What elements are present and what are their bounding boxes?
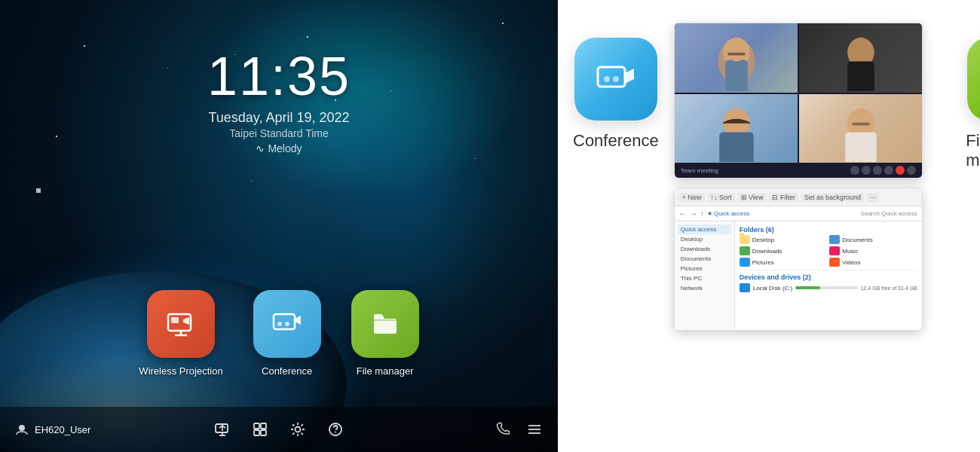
conference-showcase-icon[interactable]: [574, 38, 657, 121]
svg-point-18: [335, 432, 336, 433]
grid-icon[interactable]: [252, 421, 268, 438]
fm-sort-btn[interactable]: ↑↓ Sort: [708, 193, 735, 202]
fm-view-btn[interactable]: ⊞ View: [738, 193, 767, 202]
svg-point-24: [613, 76, 619, 82]
wifi-icon: ∿: [256, 142, 265, 154]
svg-rect-3: [171, 317, 179, 323]
video-cell-3: [675, 94, 798, 163]
fm-item-documents[interactable]: Documents: [829, 235, 917, 244]
conference-showcase-svg: [593, 56, 639, 102]
app-file-manager[interactable]: File manager: [351, 290, 419, 377]
fm-sidebar-downloads[interactable]: Downloads: [678, 244, 731, 254]
vc-btn-5[interactable]: [907, 166, 916, 175]
file-manager-preview: + New ↑↓ Sort ⊞ View ⊟ Filter Set as bac…: [674, 188, 923, 331]
svg-point-23: [604, 76, 610, 82]
svg-rect-22: [598, 67, 625, 87]
app-conference[interactable]: Conference: [253, 290, 321, 377]
fm-sidebar-documents[interactable]: Documents: [678, 254, 731, 264]
svg-point-5: [277, 322, 282, 326]
vc-btn-2[interactable]: [862, 166, 871, 175]
downloads-label: Downloads: [752, 248, 782, 255]
user-icon: [15, 423, 29, 436]
screen-share-icon[interactable]: [214, 421, 231, 438]
vc-end-call-btn[interactable]: [896, 166, 905, 175]
pictures-icon: [740, 258, 750, 267]
fm-more-btn[interactable]: ···: [867, 193, 879, 202]
clock-area: 11:35 Tuesday, April 19, 2022 Taipei Sta…: [0, 45, 558, 154]
fm-folders-grid: Desktop Documents Downloads: [740, 235, 917, 267]
person-4-svg: [799, 94, 922, 162]
fm-item-desktop[interactable]: Desktop: [740, 235, 828, 244]
settings-icon[interactable]: [289, 421, 306, 438]
video-call-bar: Team meeting: [675, 163, 922, 178]
svg-rect-12: [254, 423, 259, 429]
svg-point-28: [727, 41, 746, 62]
app-wireless-projection[interactable]: Wireless Projection: [139, 290, 222, 377]
vc-btn-4[interactable]: [884, 166, 893, 175]
svg-rect-29: [727, 53, 746, 56]
fm-sidebar-quick-access[interactable]: Quick access: [678, 224, 731, 234]
fm-setbg-btn[interactable]: Set as background: [801, 193, 864, 202]
clock-date: Tuesday, April 19, 2022: [0, 110, 558, 126]
vc-btn-3[interactable]: [873, 166, 882, 175]
fm-path: ★ Quick access: [707, 210, 858, 217]
fm-item-music[interactable]: Music: [829, 246, 917, 255]
vc-btn-1[interactable]: [850, 166, 859, 175]
drive-icon: [740, 283, 750, 292]
screenshots-col: Team meeting + New ↑↓ Sort: [674, 15, 923, 331]
fm-forward-btn[interactable]: →: [690, 209, 697, 218]
conference-label: Conference: [262, 365, 312, 377]
fm-sidebar-pictures[interactable]: Pictures: [678, 264, 731, 273]
drive-c-size: 12.4 GB free of 31.4 GB: [861, 286, 917, 291]
conference-showcase-col: Conference: [573, 15, 659, 151]
menu-icon[interactable]: [526, 421, 543, 438]
svg-point-7: [19, 425, 25, 431]
main-container: 11:35 Tuesday, April 19, 2022 Taipei Sta…: [0, 0, 980, 452]
documents-label: Documents: [842, 237, 872, 243]
filemanager-showcase-label: File manager: [966, 131, 980, 170]
fm-address-bar: ← → ↑ ★ Quick access Search Quick access: [675, 206, 922, 221]
conference-icon-bg: [253, 290, 321, 358]
file-manager-icon-bg: [351, 290, 419, 358]
fm-item-pictures[interactable]: Pictures: [740, 258, 828, 267]
video-cell-1: [675, 23, 798, 93]
svg-rect-38: [845, 132, 876, 162]
help-icon[interactable]: [327, 421, 344, 438]
videos-icon: [829, 258, 840, 267]
vc-controls: [850, 166, 916, 175]
phone-icon[interactable]: [495, 421, 511, 438]
wifi-label: Melody: [268, 142, 302, 154]
cursor-indicator: [36, 188, 41, 193]
music-label: Music: [842, 248, 858, 255]
filemanager-showcase-icon[interactable]: [967, 38, 981, 121]
fm-up-btn[interactable]: ↑: [700, 209, 704, 218]
wireless-projection-svg: [164, 307, 198, 341]
fm-drive-c[interactable]: Local Disk (C:) 12.4 GB free of 31.4 GB: [740, 282, 917, 293]
fm-item-downloads[interactable]: Downloads: [740, 246, 828, 255]
svg-rect-14: [254, 430, 259, 435]
downloads-icon: [740, 246, 750, 255]
fm-new-btn[interactable]: + New: [679, 193, 705, 202]
svg-point-37: [852, 111, 870, 132]
pictures-label: Pictures: [752, 259, 774, 266]
video-call-preview: Team meeting: [674, 23, 923, 179]
username-label: EH620_User: [35, 424, 90, 435]
person-3-svg: [675, 94, 798, 162]
fm-content: Folders (6) Desktop Documents: [735, 221, 922, 330]
clock-time: 11:35: [0, 45, 558, 107]
videos-label: Videos: [842, 259, 860, 266]
team-meeting-label: Team meeting: [681, 167, 718, 174]
fm-sidebar-this-pc[interactable]: This PC: [678, 273, 731, 283]
drive-c-label: Local Disk (C:): [753, 285, 792, 292]
fm-back-btn[interactable]: ←: [679, 209, 687, 218]
right-panel: Conference: [558, 0, 980, 452]
fm-filter-btn[interactable]: ⊟ Filter: [769, 193, 798, 202]
video-cell-4: [799, 94, 922, 163]
fm-sidebar-desktop[interactable]: Desktop: [678, 234, 731, 244]
svg-rect-4: [274, 314, 295, 329]
filemanager-showcase-col: File manager: [966, 15, 980, 170]
fm-sidebar-network[interactable]: Network: [678, 283, 731, 293]
taskbar-right: [367, 421, 543, 438]
fm-item-videos[interactable]: Videos: [829, 258, 917, 267]
fm-search-placeholder: Search Quick access: [861, 210, 917, 217]
